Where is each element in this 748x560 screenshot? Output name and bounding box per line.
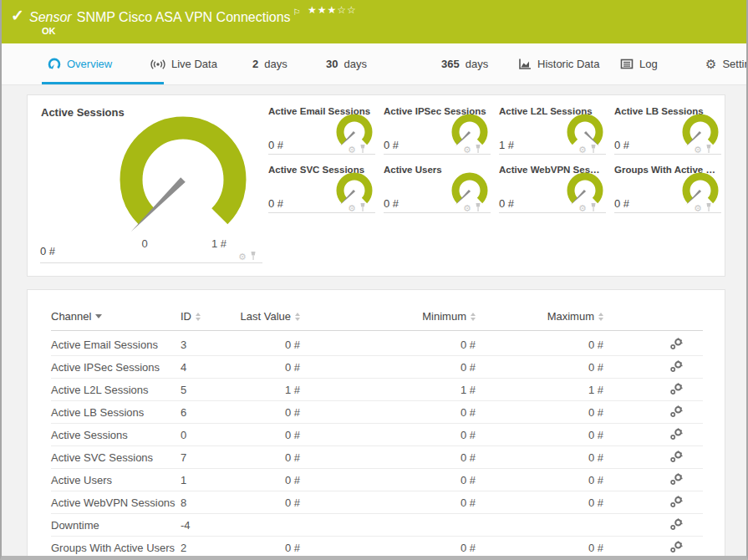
table-row[interactable]: Active SVC Sessions70 #0 #0 # (28, 446, 726, 469)
gear-icon[interactable]: ⚙ (694, 145, 702, 154)
channel-settings-icon[interactable] (669, 428, 684, 444)
cell-id: 3 (181, 339, 186, 351)
cell-id: 6 (181, 406, 186, 419)
channel-settings-icon[interactable] (669, 496, 684, 512)
object-kind-label: Sensor (29, 10, 72, 24)
gear-icon: ⚙ (705, 59, 716, 70)
small-gauge-cell: Active WebVPN Sessions0 #⚙ (499, 160, 606, 213)
small-gauge-value: 0 # (268, 197, 283, 210)
channel-settings-icon[interactable] (669, 405, 684, 421)
small-gauge-value: 0 # (384, 197, 399, 210)
tab-30-days[interactable]: 30days (326, 43, 367, 84)
table-row[interactable]: Active Users10 #0 #0 # (28, 469, 726, 491)
pin-icon[interactable] (474, 201, 482, 216)
status-ok-icon: ✓ (11, 6, 24, 25)
small-gauge-value: 0 # (614, 139, 629, 151)
pin-icon[interactable] (705, 142, 713, 157)
tab-overview[interactable]: Overview (48, 43, 112, 84)
sensor-header: ✓ SensorSNMP Cisco ASA VPN Connections⚐ … (2, 0, 746, 43)
gear-icon[interactable]: ⚙ (578, 204, 587, 212)
cell-maximum: 1 # (511, 384, 603, 396)
cell-minimum: 0 # (384, 429, 476, 441)
table-row[interactable]: Active L2L Sessions51 #1 #1 # (28, 379, 726, 401)
gear-icon[interactable]: ⚙ (348, 204, 356, 212)
small-gauge-cell: Active SVC Sessions0 #⚙ (268, 160, 375, 213)
channel-settings-icon[interactable] (669, 473, 684, 489)
table-row[interactable]: Active LB Sessions60 #0 #0 # (28, 401, 726, 424)
flag-icon[interactable]: ⚐ (293, 8, 301, 17)
small-gauge-actions: ⚙ (463, 142, 482, 157)
channel-settings-icon[interactable] (669, 360, 684, 376)
cell-channel: Active WebVPN Sessions (51, 496, 176, 509)
tab-365-days-label: days (466, 58, 488, 70)
cell-channel: Active SVC Sessions (51, 451, 153, 464)
column-header-maximum[interactable]: Maximum (511, 310, 603, 323)
table-row[interactable]: Active Email Sessions30 #0 #0 # (28, 333, 726, 356)
pin-icon[interactable] (474, 142, 482, 157)
small-gauge-cell: Active LB Sessions0 #⚙ (614, 102, 721, 155)
pin-icon[interactable] (589, 142, 598, 157)
cell-id: 0 (181, 429, 186, 441)
channels-table-panel: Channel ID Last Value Minimum Maximum Ac… (27, 289, 725, 560)
cell-minimum: 0 # (384, 496, 476, 509)
pin-icon[interactable] (705, 201, 713, 216)
gear-icon[interactable]: ⚙ (578, 145, 587, 154)
gauges-panel: Active Sessions 0 1 # 0 # ⚙ Active Email… (27, 94, 725, 277)
tab-365-days-number: 365 (441, 58, 460, 70)
cell-last-value: 0 # (208, 429, 300, 441)
channel-settings-icon[interactable] (669, 451, 684, 466)
tab-overview-label: Overview (67, 58, 112, 70)
cell-minimum: 0 # (384, 361, 476, 374)
cell-id: 4 (181, 361, 186, 374)
cell-minimum: 0 # (384, 451, 476, 464)
cell-channel: Active Users (51, 474, 112, 486)
channel-settings-icon[interactable] (669, 383, 684, 399)
small-gauge-cell: Groups With Active Users0 #⚙ (614, 160, 721, 213)
tab-settings[interactable]: ⚙ Settings (705, 43, 748, 84)
gear-icon[interactable]: ⚙ (694, 204, 702, 212)
small-gauge-value: 0 # (499, 197, 514, 210)
table-row[interactable]: Downtime-4 (28, 514, 726, 537)
table-row[interactable]: Active Sessions00 #0 #0 # (28, 424, 726, 446)
small-gauge-cell: Active L2L Sessions1 #⚙ (499, 102, 606, 155)
table-row[interactable]: Active WebVPN Sessions80 #0 #0 # (28, 491, 726, 514)
gear-icon[interactable]: ⚙ (463, 145, 471, 154)
tab-log[interactable]: Log (620, 43, 658, 84)
priority-stars[interactable]: ★★★☆☆ (308, 4, 357, 16)
cell-last-value: 0 # (208, 542, 300, 554)
column-header-minimum[interactable]: Minimum (384, 310, 476, 323)
pin-icon[interactable] (249, 249, 257, 264)
gear-icon[interactable]: ⚙ (238, 252, 247, 261)
cell-last-value: 1 # (208, 384, 300, 396)
tab-live-data[interactable]: Live Data (150, 43, 217, 84)
page-title: SensorSNMP Cisco ASA VPN Connections⚐ (29, 8, 301, 25)
small-gauge-actions: ⚙ (578, 201, 598, 216)
cell-maximum: 0 # (511, 542, 603, 554)
small-gauge-actions: ⚙ (463, 201, 482, 216)
pin-icon[interactable] (359, 201, 367, 216)
column-header-last-value[interactable]: Last Value (208, 310, 300, 323)
table-row[interactable]: Groups With Active Users20 #0 #0 # (28, 537, 726, 559)
tab-2-days[interactable]: 2days (252, 43, 287, 84)
gear-icon[interactable]: ⚙ (463, 204, 471, 212)
tab-2-days-label: days (264, 58, 287, 70)
small-gauge-value: 1 # (499, 139, 514, 151)
chart-icon (518, 58, 532, 70)
tab-365-days[interactable]: 365days (441, 43, 488, 84)
cell-last-value: 0 # (208, 406, 300, 419)
pin-icon[interactable] (589, 201, 598, 216)
tab-log-label: Log (639, 58, 658, 70)
tab-settings-label: Settings (722, 58, 748, 70)
tab-historic-data[interactable]: Historic Data (518, 43, 599, 84)
cell-maximum: 0 # (511, 339, 603, 351)
channel-settings-icon[interactable] (669, 518, 684, 534)
log-icon (620, 59, 634, 69)
channel-settings-icon[interactable] (669, 541, 684, 557)
gear-icon[interactable]: ⚙ (348, 145, 356, 154)
channel-settings-icon[interactable] (669, 338, 684, 354)
table-row[interactable]: Active IPSec Sessions40 #0 #0 # (28, 356, 726, 379)
pin-icon[interactable] (359, 142, 367, 157)
gauge-icon (48, 58, 61, 71)
column-header-channel[interactable]: Channel (51, 310, 176, 323)
cell-id: 2 (181, 542, 186, 554)
